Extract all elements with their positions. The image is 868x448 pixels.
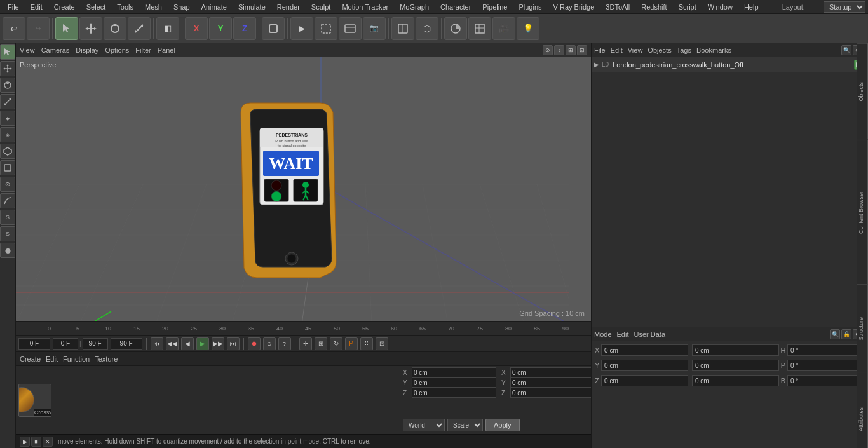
record-button[interactable]: ⏺ <box>248 337 261 350</box>
attr-lock-icon[interactable]: 🔒 <box>841 329 851 339</box>
left-tool-soft-body[interactable]: ⬤ <box>0 243 15 258</box>
obj-menu-file[interactable]: File <box>594 46 606 54</box>
size-y-input[interactable] <box>510 377 595 388</box>
start-frame-field[interactable] <box>18 338 50 350</box>
attr-y-pos-input[interactable] <box>601 360 688 371</box>
menu-sculpt[interactable]: Sculpt <box>306 2 336 12</box>
status-icon-x[interactable]: ✕ <box>43 437 53 447</box>
step-back-button[interactable]: ◀◀ <box>166 337 179 350</box>
attr-menu-edit[interactable]: Edit <box>617 330 629 338</box>
end-frame-field2[interactable] <box>111 338 142 350</box>
render-region-button[interactable] <box>315 17 337 40</box>
menu-animate[interactable]: Animate <box>196 2 232 12</box>
status-icon-stop[interactable]: ■ <box>31 437 41 447</box>
side-tab-content-browser[interactable]: Content Browser <box>857 140 868 285</box>
attr-z-pos-input[interactable] <box>601 375 688 386</box>
vp-menu-display[interactable]: Display <box>76 46 98 54</box>
menu-character[interactable]: Character <box>435 2 476 12</box>
obj-menu-tags[interactable]: Tags <box>677 46 691 54</box>
attr-menu-userdata[interactable]: User Data <box>634 330 666 338</box>
mat-menu-function[interactable]: Function <box>63 355 90 363</box>
left-tool-joint[interactable]: ⦿ <box>0 177 15 192</box>
menu-redshift[interactable]: Redshift <box>636 2 672 12</box>
mat-menu-edit[interactable]: Edit <box>46 355 58 363</box>
left-tool-rotate[interactable] <box>0 78 15 93</box>
menu-window[interactable]: Window <box>703 2 738 12</box>
select-tool-button[interactable] <box>55 17 78 40</box>
menu-edit[interactable]: Edit <box>25 2 48 12</box>
attr-menu-mode[interactable]: Mode <box>594 330 612 338</box>
vp-corner-btn-3[interactable]: ⊞ <box>566 45 576 55</box>
current-frame-field[interactable] <box>53 338 78 350</box>
redo-button[interactable]: ↪ <box>27 17 50 40</box>
menu-3dtoall[interactable]: 3DToAll <box>600 2 635 12</box>
hex-view-button[interactable]: ⬡ <box>416 17 438 40</box>
attr-search-icon[interactable]: 🔍 <box>830 329 840 339</box>
transport-extra-4[interactable]: P <box>345 337 358 350</box>
vp-corner-btn-1[interactable]: ⊙ <box>543 45 553 55</box>
display-button[interactable] <box>444 17 467 40</box>
menu-script[interactable]: Script <box>674 2 702 12</box>
menu-snap[interactable]: Snap <box>168 2 195 12</box>
viewport-canvas[interactable]: PEDESTRIANS Push button and wait for sig… <box>16 57 591 321</box>
obj-menu-view[interactable]: View <box>628 46 643 54</box>
help-button[interactable]: ? <box>278 337 291 350</box>
move-tool-button[interactable] <box>79 17 102 40</box>
vp-menu-panel[interactable]: Panel <box>158 46 175 54</box>
menu-mograph[interactable]: MoGraph <box>395 2 434 12</box>
go-to-end-button[interactable]: ⏭ <box>227 337 240 350</box>
play-button[interactable]: ▶ <box>196 337 209 350</box>
obj-menu-bookmarks[interactable]: Bookmarks <box>696 46 731 54</box>
vp-menu-options[interactable]: Options <box>105 46 129 54</box>
menu-render[interactable]: Render <box>272 2 305 12</box>
scale-tool-button[interactable] <box>128 17 151 40</box>
obj-menu-edit[interactable]: Edit <box>611 46 623 54</box>
left-tool-model[interactable] <box>0 160 15 175</box>
transport-extra-3[interactable]: ↻ <box>330 337 342 350</box>
light-button[interactable]: 💡 <box>517 17 539 40</box>
menu-create[interactable]: Create <box>49 2 80 12</box>
menu-file[interactable]: File <box>3 2 24 12</box>
play-reverse-button[interactable]: ◀ <box>181 337 194 350</box>
transport-extra-1[interactable]: ✛ <box>299 337 312 350</box>
pos-x-input[interactable] <box>412 367 496 377</box>
side-tab-objects[interactable]: Objects <box>857 43 868 140</box>
attr-b-input[interactable] <box>787 375 868 386</box>
pos-y-input[interactable] <box>412 377 496 388</box>
go-to-start-button[interactable]: ⏮ <box>151 337 163 350</box>
perspective-view-button[interactable] <box>391 17 414 40</box>
attr-x-size-input[interactable] <box>692 344 779 356</box>
attr-y-size-input[interactable] <box>692 360 779 371</box>
x-axis-button[interactable]: X <box>185 17 208 40</box>
apply-button[interactable]: Apply <box>485 419 520 431</box>
end-frame-field1[interactable] <box>83 338 108 350</box>
menu-motion-tracker[interactable]: Motion Tracker <box>337 2 393 12</box>
left-tool-sculpt[interactable]: S <box>0 210 15 225</box>
camera-button[interactable]: 📷 <box>363 17 386 40</box>
scale-dropdown[interactable]: Scale Size <box>447 419 483 431</box>
menu-simulate[interactable]: Simulate <box>233 2 271 12</box>
left-tool-spline[interactable] <box>0 193 15 208</box>
attr-p-input[interactable] <box>787 360 868 371</box>
left-tool-move[interactable] <box>0 61 15 76</box>
menu-select[interactable]: Select <box>81 2 111 12</box>
material-thumbnail-0[interactable]: Crosswa... <box>18 384 51 417</box>
transport-extra-5[interactable]: ⠿ <box>360 337 373 350</box>
left-tool-select[interactable] <box>0 44 15 60</box>
layout-select[interactable]: Startup <box>824 1 865 13</box>
menu-vray[interactable]: V-Ray Bridge <box>548 2 600 12</box>
rotate-tool-button[interactable] <box>104 17 126 40</box>
grid-button[interactable] <box>468 17 491 40</box>
step-forward-button[interactable]: ▶▶ <box>212 337 224 350</box>
pos-z-input[interactable] <box>412 388 496 398</box>
world-dropdown[interactable]: World Object Camera <box>403 419 445 431</box>
vp-menu-cameras[interactable]: Cameras <box>41 46 70 54</box>
attr-x-pos-input[interactable] <box>601 344 688 356</box>
left-tool-points[interactable]: ◆ <box>0 111 15 126</box>
menu-tools[interactable]: Tools <box>112 2 139 12</box>
size-x-input[interactable] <box>510 367 595 377</box>
z-axis-button[interactable]: Z <box>233 17 256 40</box>
status-icon-play[interactable]: ▶ <box>20 437 30 447</box>
menu-plugins[interactable]: Plugins <box>513 2 546 12</box>
vp-menu-filter[interactable]: Filter <box>135 46 151 54</box>
